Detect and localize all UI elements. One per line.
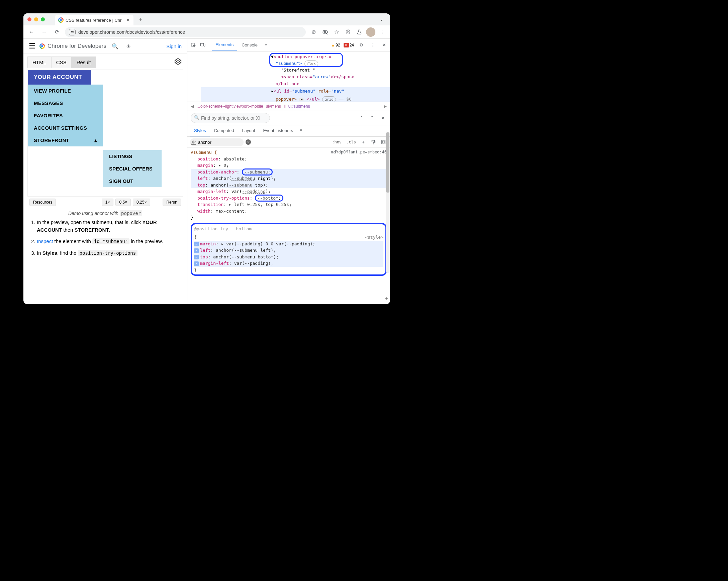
highlight-button-element bbox=[269, 53, 343, 67]
devtools-menu-icon[interactable]: ⋮ bbox=[369, 41, 377, 49]
demo-tab-result[interactable]: Result bbox=[72, 56, 96, 68]
demo-caption: Demo using anchor with popover bbox=[27, 208, 183, 219]
page-search-icon[interactable]: 🔍 bbox=[110, 42, 120, 51]
page-header: ☰ Chrome for Developers 🔍 ☀ Sign in bbox=[23, 39, 187, 54]
flyout-listings[interactable]: LISTINGS bbox=[103, 150, 162, 163]
reload-button[interactable]: ⟳ bbox=[52, 27, 61, 37]
hov-toggle[interactable]: :hov bbox=[331, 139, 343, 145]
svg-rect-10 bbox=[373, 143, 374, 144]
find-prev-icon[interactable]: ˄ bbox=[357, 114, 365, 122]
prop-checkbox[interactable]: ✓ bbox=[194, 255, 199, 259]
favicon-icon bbox=[58, 18, 63, 23]
new-tab-button[interactable]: + bbox=[136, 15, 145, 24]
cast-icon[interactable]: ⎚ bbox=[309, 27, 318, 37]
highlight-anchor-name: --submenu; bbox=[242, 168, 273, 175]
zoom-05x[interactable]: 0.5× bbox=[115, 199, 131, 206]
step-1: In the preview, open the submenu, that i… bbox=[37, 219, 183, 234]
site-brand: Chrome for Developers bbox=[40, 43, 106, 50]
menu-item-account-settings[interactable]: ACCOUNT SETTINGS bbox=[28, 122, 103, 134]
menu-item-view-profile[interactable]: VIEW PROFILE bbox=[28, 85, 103, 97]
menu-item-favorites[interactable]: FAVORITES bbox=[28, 109, 103, 122]
devtools-vertical-scrollbar[interactable] bbox=[386, 132, 389, 273]
menu-item-storefront[interactable]: STOREFRONT▴ bbox=[28, 134, 103, 146]
demo-tab-css[interactable]: CSS bbox=[51, 56, 72, 68]
dom-tree[interactable]: ▼<button popovertarget= "submenu"> flex … bbox=[187, 52, 390, 102]
url-text: developer.chrome.com/docs/devtools/css/r… bbox=[78, 29, 185, 35]
new-rule-icon[interactable]: + bbox=[359, 138, 367, 146]
menu-item-messages[interactable]: MESSAGES bbox=[28, 97, 103, 109]
breadcrumb-left-icon[interactable]: ◀ bbox=[191, 104, 194, 109]
cls-toggle[interactable]: .cls bbox=[345, 139, 357, 145]
computed-tab[interactable]: Computed bbox=[210, 126, 238, 136]
source-link[interactable]: mdYdpOM?ani…pe=embed:46 bbox=[331, 149, 387, 155]
find-close-icon[interactable]: ✕ bbox=[379, 114, 387, 122]
menu-account-button[interactable]: YOUR ACCOUNT bbox=[28, 70, 91, 85]
site-info-icon[interactable]: ⇆ bbox=[69, 29, 76, 35]
forward-button[interactable]: → bbox=[40, 27, 49, 37]
titlebar: CSS features reference | Chr ✕ + ⌄ bbox=[23, 13, 390, 25]
prop-checkbox[interactable]: ✓ bbox=[194, 261, 199, 266]
codepen-icon[interactable] bbox=[173, 56, 183, 66]
find-input[interactable] bbox=[191, 113, 270, 123]
zoom-1x[interactable]: 1× bbox=[102, 199, 114, 206]
prop-checkbox[interactable]: ✓ bbox=[194, 248, 199, 253]
chrome-menu-button[interactable]: ⋮ bbox=[378, 27, 387, 37]
dom-expand-dots[interactable]: ⋯ bbox=[299, 98, 304, 101]
prop-checkbox[interactable]: ✓ bbox=[194, 242, 199, 246]
highlight-position-try: --bottom; bbox=[255, 195, 283, 201]
more-style-tabs-icon[interactable]: » bbox=[297, 126, 305, 133]
zoom-025x[interactable]: 0.25× bbox=[133, 199, 150, 206]
window-minimize-button[interactable] bbox=[34, 18, 38, 21]
styles-tab[interactable]: Styles bbox=[190, 126, 210, 136]
resources-button[interactable]: Resources bbox=[29, 199, 56, 206]
flyout-special-offers[interactable]: SPECIAL OFFERS bbox=[103, 163, 162, 175]
labs-icon[interactable] bbox=[355, 27, 364, 37]
browser-tab[interactable]: CSS features reference | Chr ✕ bbox=[55, 15, 133, 25]
profile-avatar[interactable] bbox=[366, 27, 375, 37]
clear-filter-icon[interactable]: ✕ bbox=[245, 139, 251, 145]
find-next-icon[interactable]: ˅ bbox=[368, 114, 376, 122]
tab-title: CSS features reference | Chr bbox=[66, 18, 122, 23]
styles-filter-input[interactable] bbox=[190, 138, 243, 146]
rerun-button[interactable]: Rerun bbox=[163, 199, 181, 206]
styles-pane[interactable]: #submenu {mdYdpOM?ani…pe=embed:46 positi… bbox=[187, 148, 390, 304]
address-bar[interactable]: ⇆ developer.chrome.com/docs/devtools/css… bbox=[65, 27, 306, 37]
chevron-right-icon: ▴ bbox=[94, 137, 97, 143]
dom-breadcrumb[interactable]: ◀ …olor-scheme--light.viewport--mobile u… bbox=[187, 102, 390, 111]
chrome-logo-icon bbox=[40, 44, 45, 49]
tab-list-button[interactable]: ⌄ bbox=[378, 17, 386, 22]
grid-badge[interactable]: grid bbox=[322, 96, 336, 102]
paint-icon[interactable] bbox=[369, 138, 378, 146]
flyout-sign-out[interactable]: SIGN OUT bbox=[103, 175, 162, 187]
browser-toolbar: ← → ⟳ ⇆ developer.chrome.com/docs/devtoo… bbox=[23, 25, 390, 39]
theme-toggle-icon[interactable]: ☀ bbox=[124, 42, 133, 51]
event-listeners-tab[interactable]: Event Listeners bbox=[259, 126, 297, 136]
layout-tab[interactable]: Layout bbox=[238, 126, 259, 136]
devtools-tab-elements[interactable]: Elements bbox=[212, 39, 237, 51]
devtools-close-icon[interactable]: ✕ bbox=[380, 41, 388, 49]
hamburger-icon[interactable]: ☰ bbox=[29, 42, 35, 51]
breadcrumb-right-icon[interactable]: ▶ bbox=[384, 104, 387, 109]
tab-close-button[interactable]: ✕ bbox=[126, 18, 130, 23]
demo-tab-html[interactable]: HTML bbox=[27, 56, 51, 68]
back-button[interactable]: ← bbox=[27, 27, 36, 37]
more-tabs-icon[interactable]: » bbox=[262, 41, 270, 49]
errors-badge[interactable]: ✕24 bbox=[344, 43, 354, 48]
submenu-flyout: LISTINGS SPECIAL OFFERS SIGN OUT bbox=[103, 150, 162, 187]
warnings-badge[interactable]: ▲92 bbox=[331, 43, 340, 48]
add-declaration-icon[interactable]: + bbox=[384, 294, 388, 303]
bookmark-icon[interactable]: ☆ bbox=[332, 27, 341, 37]
incognito-off-icon[interactable] bbox=[320, 27, 330, 37]
step-2: Inspect the element with id="submenu" in… bbox=[37, 238, 183, 245]
devtools-tab-console[interactable]: Console bbox=[238, 40, 261, 50]
device-toolbar-icon[interactable] bbox=[199, 41, 207, 49]
highlight-position-try-rule: @position-try --bottom {<style> ✓margin:… bbox=[191, 223, 387, 276]
inspect-link[interactable]: Inspect bbox=[37, 238, 53, 244]
inspect-element-icon[interactable] bbox=[189, 41, 198, 49]
settings-icon[interactable]: ⚙ bbox=[357, 41, 365, 49]
window-maximize-button[interactable] bbox=[41, 18, 45, 21]
window-close-button[interactable] bbox=[27, 18, 31, 21]
sign-in-link[interactable]: Sign in bbox=[166, 44, 182, 49]
extensions-icon[interactable] bbox=[343, 27, 353, 37]
style-source[interactable]: <style> bbox=[365, 234, 383, 241]
